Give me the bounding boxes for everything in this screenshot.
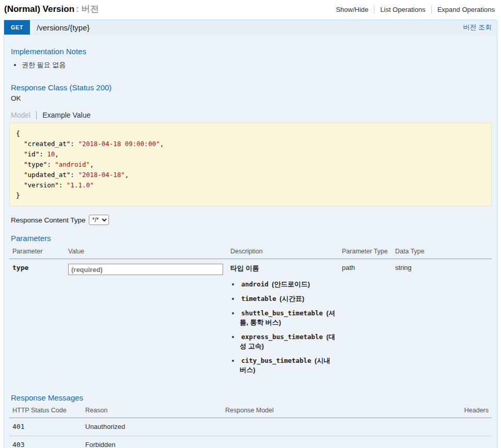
parameter-value-cell	[65, 259, 227, 385]
response-row-403: 403 Forbidden	[9, 436, 492, 448]
response-content-type-row: Response Content Type */*	[11, 215, 492, 225]
parameter-type-value: path	[339, 259, 392, 385]
col-parameter: Parameter	[9, 244, 65, 259]
operation-summary-link[interactable]: 버전 조회	[463, 20, 497, 35]
col-value: Value	[65, 244, 227, 259]
operation-path-link[interactable]: /versions/{type}	[30, 20, 90, 35]
col-data-type: Data Type	[392, 244, 492, 259]
response-class-heading: Response Class (Status 200)	[11, 83, 492, 92]
swagger-page: (Normal) Version: 버전 Show/HideList Opera…	[0, 0, 501, 448]
parameter-description-title: 타입 이름	[230, 264, 336, 273]
resource-name: (Normal) Version	[4, 4, 74, 14]
response-class-status: OK	[11, 94, 492, 102]
response-content-type-select[interactable]: */*	[89, 215, 109, 225]
response-model	[222, 418, 425, 436]
show-hide-link[interactable]: Show/Hide	[330, 6, 374, 13]
option-code: android	[240, 280, 270, 288]
data-type-value: string	[392, 259, 492, 385]
parameter-value-input[interactable]	[68, 264, 223, 275]
response-messages-table: HTTP Status Code Reason Response Model H…	[9, 403, 492, 448]
operation-get-versions: GET /versions/{type} 버전 조회 Implementatio…	[4, 20, 497, 448]
response-messages-header-row: HTTP Status Code Reason Response Model H…	[9, 403, 492, 418]
resource-actions: Show/HideList OperationsExpand Operation…	[330, 6, 496, 13]
option-code: timetable	[240, 295, 278, 302]
option-code: city_bus_timetable	[240, 357, 312, 364]
response-messages-heading: Response Messages	[11, 393, 492, 402]
parameter-description-options: android (안드로이드) timetable (시간표) shuttle_…	[230, 280, 336, 375]
parameters-header-row: Parameter Value Description Parameter Ty…	[9, 244, 492, 259]
parameter-description-cell: 타입 이름 android (안드로이드) timetable (시간표) sh…	[227, 259, 339, 385]
option-android: android (안드로이드)	[240, 280, 336, 289]
option-timetable: timetable (시간표)	[240, 294, 336, 303]
implementation-notes-list: 권한 필요 없음	[9, 60, 492, 69]
col-headers: Headers	[425, 403, 492, 418]
resource-description: : 버전	[76, 4, 99, 14]
http-method-badge[interactable]: GET	[4, 20, 30, 35]
page-title: (Normal) Version: 버전	[4, 3, 99, 15]
list-operations-link[interactable]: List Operations	[374, 6, 431, 13]
status-code: 401	[9, 418, 82, 436]
option-city-bus-timetable: city_bus_timetable (시내 버스)	[240, 356, 336, 375]
headers	[425, 436, 492, 448]
implementation-note: 권한 필요 없음	[22, 60, 492, 69]
reason: Forbidden	[82, 436, 222, 448]
col-reason: Reason	[82, 403, 222, 418]
col-http-status-code: HTTP Status Code	[9, 403, 82, 418]
parameter-name: type	[9, 259, 65, 385]
col-parameter-type: Parameter Type	[339, 244, 392, 259]
option-note: (시간표)	[279, 295, 304, 302]
response-class-tabs: Model Example Value	[11, 111, 492, 119]
operation-heading[interactable]: GET /versions/{type} 버전 조회	[4, 20, 497, 35]
headers	[425, 418, 492, 436]
operation-content: Implementation Notes 권한 필요 없음 Response C…	[4, 35, 497, 448]
parameters-table: Parameter Value Description Parameter Ty…	[9, 244, 492, 385]
response-row-401: 401 Unauthorized	[9, 418, 492, 436]
reason: Unauthorized	[82, 418, 222, 436]
implementation-notes-heading: Implementation Notes	[11, 47, 492, 56]
option-code: express_bus_timetable	[240, 333, 324, 341]
col-description: Description	[227, 244, 339, 259]
response-model	[222, 436, 425, 448]
option-express-bus-timetable: express_bus_timetable (대성 고속)	[240, 332, 336, 351]
parameter-row-type: type 타입 이름 android (안드로이드) timetable (시간…	[9, 259, 492, 385]
status-code: 403	[9, 436, 82, 448]
response-content-type-label: Response Content Type	[11, 216, 86, 224]
resource-header: (Normal) Version: 버전 Show/HideList Opera…	[4, 0, 497, 20]
option-code: shuttle_bus_timetable	[240, 309, 324, 317]
example-value-snippet: { "created_at": "2018-04-18 09:00:00", "…	[9, 123, 492, 206]
col-response-model: Response Model	[222, 403, 425, 418]
expand-operations-link[interactable]: Expand Operations	[431, 6, 496, 13]
tab-example-value[interactable]: Example Value	[37, 111, 90, 119]
option-shuttle-bus-timetable: shuttle_bus_timetable (셔틀, 통학 버스)	[240, 309, 336, 327]
option-note: (안드로이드)	[272, 280, 310, 288]
parameters-heading: Parameters	[11, 234, 492, 243]
tab-model[interactable]: Model	[11, 111, 37, 119]
